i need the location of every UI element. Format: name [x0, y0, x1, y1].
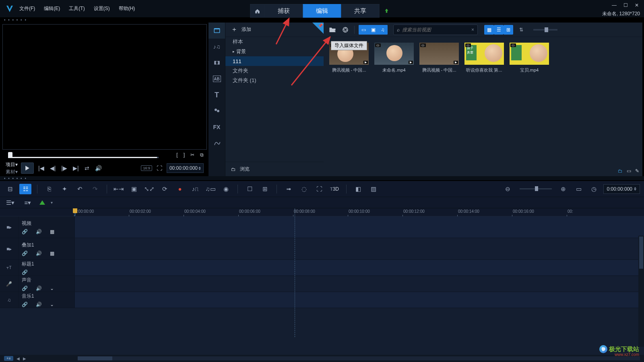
lib-edit-icon[interactable]: ✎ — [635, 168, 639, 174]
go-start-button[interactable]: |◀ — [37, 165, 45, 171]
volume-icon[interactable]: 🔊 — [36, 286, 42, 291]
tool-copy-icon[interactable]: ⎘ — [43, 184, 55, 194]
playhead-handle[interactable] — [8, 152, 12, 158]
link-icon[interactable]: 🔗 — [22, 229, 28, 234]
track-menu1-icon[interactable]: ☰▾ — [4, 197, 16, 208]
filter-audio-icon[interactable]: ♫ — [378, 25, 388, 35]
tool-fx-icon[interactable]: ✦ — [58, 184, 70, 194]
track-music1[interactable]: ♫ 音乐1🔗🔊⌄ — [0, 292, 644, 308]
tool-mask-icon[interactable]: ⛶ — [313, 184, 325, 194]
zoom-out-icon[interactable]: ⊖ — [502, 184, 514, 194]
tool-auto-music-icon[interactable]: ♫▭ — [204, 184, 217, 194]
tool-roll-icon[interactable]: ⟳ — [159, 184, 171, 194]
lib-card-icon[interactable]: ▭ — [627, 168, 631, 174]
filter-photo-icon[interactable]: ▣ — [368, 25, 378, 35]
timeline-playhead[interactable] — [75, 208, 75, 216]
link-icon[interactable]: 🔗 — [22, 251, 28, 256]
undo-icon[interactable]: ↶ — [74, 184, 86, 194]
track-menu2-icon[interactable]: ≡▾ — [22, 197, 34, 208]
add-folder-button[interactable]: ＋ 添加 📌 — [225, 23, 324, 37]
link-icon[interactable]: 🔗 — [22, 286, 28, 291]
panel-drag-dots-mid[interactable]: • • • • • • — [0, 176, 644, 180]
sidetab-transition-icon[interactable] — [208, 55, 225, 71]
tab-edit[interactable]: 编辑 — [303, 4, 341, 18]
view-grid-icon[interactable]: ⊞ — [504, 25, 513, 35]
zoom-slider[interactable] — [520, 188, 552, 189]
storyboard-view-icon[interactable]: ⊟ — [4, 184, 16, 194]
link-icon[interactable]: 🔗 — [22, 269, 28, 275]
tool-chapter-icon[interactable]: ☐ — [244, 184, 256, 194]
clear-search-icon[interactable]: × — [471, 27, 474, 33]
panel-drag-dots-top[interactable]: • • • • • • — [0, 18, 644, 22]
volume-icon[interactable]: 🔊 — [36, 251, 42, 256]
sidetab-audio-icon[interactable]: ♪♫ — [208, 39, 225, 55]
tool-record-icon[interactable]: ● — [174, 184, 186, 194]
filter-video-icon[interactable]: ▭ — [359, 25, 368, 35]
view-list-icon[interactable]: ☰ — [494, 25, 504, 35]
aspect-ratio-selector[interactable]: 16:9 — [141, 165, 152, 171]
tool-motion-icon[interactable]: ➟ — [283, 184, 295, 194]
tree-item-background[interactable]: ▸背景 — [225, 47, 324, 56]
volume-icon[interactable]: 🔊 — [36, 302, 42, 307]
tool-mixer-icon[interactable]: ♪⎍ — [189, 184, 201, 194]
loop-button[interactable]: ⇄ — [83, 165, 91, 171]
tab-capture[interactable]: 捕获 — [265, 4, 303, 18]
add-track-button[interactable]: +≡ — [4, 356, 13, 361]
snapshot-icon[interactable]: ⧉ — [200, 152, 204, 158]
zoom-in-icon[interactable]: ⊕ — [557, 184, 570, 194]
tool-crop-icon[interactable]: ▣ — [128, 184, 140, 194]
sidetab-media-icon[interactable] — [208, 23, 225, 39]
media-item[interactable]: 孩子鼻塞▭听说你喜欢我 第... — [464, 43, 504, 73]
tree-item-sample[interactable]: 样本 — [225, 37, 324, 47]
expand-preview-button[interactable]: ⛶ — [155, 165, 163, 171]
track-video[interactable]: ■▸ 视频🔗🔊▦ — [0, 216, 644, 238]
expand-icon[interactable]: ▸ — [233, 49, 235, 53]
tree-item-folder[interactable]: 文件夹 — [225, 66, 324, 76]
pin-icon[interactable]: 📌 — [318, 23, 323, 28]
clock-icon[interactable]: ◷ — [588, 184, 600, 194]
menu-settings[interactable]: 设置(S) — [94, 5, 110, 12]
media-item[interactable]: ▭▶腾讯视频 - 中国... — [419, 43, 459, 73]
tool-trim-icon[interactable]: ⇤⇥ — [113, 184, 125, 194]
menu-help[interactable]: 帮助(H) — [119, 5, 135, 12]
menu-file[interactable]: 文件(F) — [19, 5, 35, 12]
upload-button[interactable] — [380, 4, 394, 18]
tool-table-icon[interactable]: ⊞ — [259, 184, 271, 194]
sidetab-text-icon[interactable]: T — [208, 87, 225, 103]
prev-frame-button[interactable]: ◀| — [49, 165, 57, 171]
timeline-ruler[interactable]: 0:00:00:00 00:00:02:00 00:00:04:00 00:00… — [75, 208, 644, 216]
sort-icon[interactable]: ⇅ — [516, 25, 526, 35]
lib-folder-icon[interactable]: 🗀 — [618, 168, 623, 174]
next-frame-button[interactable]: |▶ — [60, 165, 68, 171]
split-scissors-icon[interactable]: ✂ — [190, 152, 194, 158]
sidetab-fx-icon[interactable]: FX — [208, 119, 225, 135]
redo-icon[interactable]: ↷ — [89, 184, 101, 194]
window-minimize-button[interactable]: — — [610, 2, 618, 8]
tool-split-icon[interactable]: ⤡⤢ — [143, 184, 155, 194]
search-input[interactable]: ⌕ × — [393, 25, 478, 35]
volume-icon[interactable]: 🔊 — [36, 229, 42, 234]
vertical-scrollbar[interactable] — [638, 236, 644, 347]
window-close-button[interactable]: ✕ — [633, 2, 641, 8]
grid-icon[interactable]: ▦ — [50, 251, 54, 256]
tree-item-111[interactable]: 111 — [225, 56, 324, 66]
browse-button[interactable]: 🗀 浏览 — [225, 162, 324, 176]
preview-mode-project[interactable]: 项目▾ — [6, 161, 18, 168]
tool-paint-icon[interactable]: ◧ — [352, 184, 364, 194]
view-thumb-icon[interactable]: ▦ — [484, 25, 494, 35]
tool-track-icon[interactable]: ◌ — [298, 184, 310, 194]
window-maximize-button[interactable]: ☐ — [621, 2, 630, 8]
scroll-left-icon[interactable]: ◀ — [17, 356, 20, 361]
media-item[interactable]: ▭宝贝.mp4 — [510, 43, 549, 73]
sidetab-graphics-icon[interactable] — [208, 103, 225, 119]
marker-toggle-icon[interactable] — [39, 200, 45, 205]
preview-timecode[interactable]: 00:00:00:000 — [167, 163, 204, 173]
go-end-button[interactable]: ▶| — [72, 165, 80, 171]
menu-tools[interactable]: 工具(T) — [69, 5, 85, 12]
media-item[interactable]: ▭▶未命名.mp4 — [374, 43, 414, 73]
home-button[interactable] — [250, 4, 265, 18]
horizontal-scrollbar[interactable] — [78, 356, 640, 360]
mark-in-icon[interactable]: [ — [176, 152, 178, 158]
thumb-size-slider[interactable] — [533, 29, 557, 31]
link-icon[interactable]: 🔗 — [22, 302, 28, 307]
